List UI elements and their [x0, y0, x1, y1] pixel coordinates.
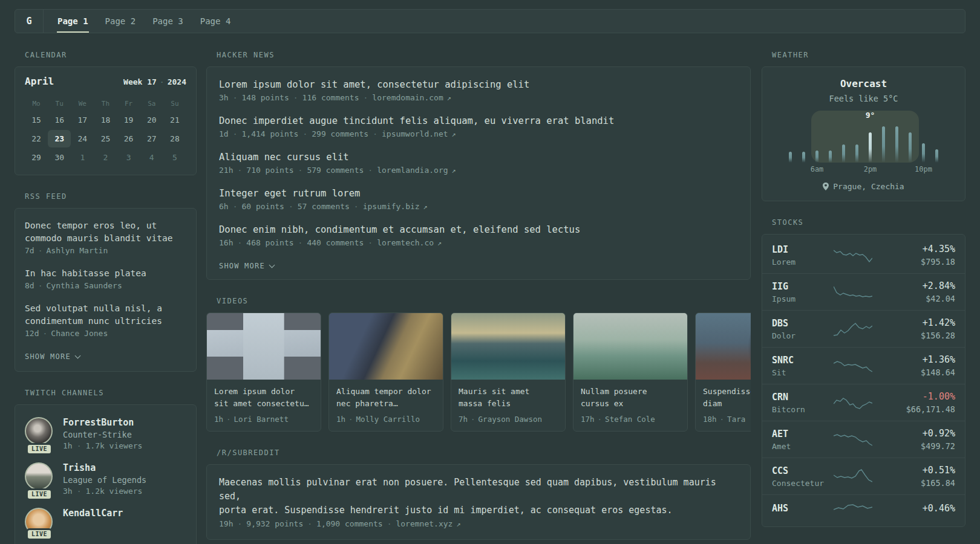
stock-ticker: DBS — [772, 318, 834, 329]
video-card[interactable]: Lorem ipsum dolor sit amet consectetu… 1… — [206, 312, 321, 432]
separator-dot — [293, 93, 298, 102]
calendar-day[interactable]: 16 — [48, 111, 71, 129]
tab-page-3[interactable]: Page 3 — [152, 10, 184, 33]
subreddit-widget: Maecenas mollis pulvinar erat non posuer… — [206, 464, 751, 540]
stock-row[interactable]: DBS Dolor +1.42% $156.28 — [762, 310, 965, 347]
weather-bar — [802, 152, 805, 163]
separator-dot — [368, 238, 373, 247]
video-meta: 18hTara — [703, 415, 751, 424]
calendar-day[interactable]: 25 — [94, 130, 117, 147]
tab-page-4[interactable]: Page 4 — [200, 10, 232, 33]
stock-price: $156.28 — [872, 331, 955, 340]
twitch-channel-name: KendallCarr — [63, 508, 123, 519]
calendar-day[interactable]: 15 — [25, 111, 48, 129]
calendar-day[interactable]: 27 — [140, 130, 163, 147]
calendar-day-selected[interactable]: 23 — [48, 130, 71, 147]
item-domain-link[interactable]: loremtech.co — [377, 238, 442, 247]
calendar-day[interactable]: 21 — [163, 111, 186, 129]
twitch-channel-row[interactable]: LIVE ForrestBurton Counter-Strike 1h1.7k… — [25, 417, 186, 450]
calendar-day[interactable]: 30 — [48, 149, 71, 166]
separator-dot — [298, 166, 303, 175]
video-title: Lorem ipsum dolor sit amet consectetu… — [214, 386, 313, 410]
stock-row[interactable]: CRN Bitcorn -1.00% $66,171.48 — [762, 384, 965, 421]
stock-values: +0.51% $165.84 — [872, 465, 955, 488]
calendar-day[interactable]: 19 — [117, 111, 140, 129]
stock-row[interactable]: AET Amet +0.92% $499.72 — [762, 421, 965, 458]
stock-row[interactable]: IIG Ipsum +2.84% $42.04 — [762, 273, 965, 310]
calendar-day-next-month[interactable]: 1 — [71, 149, 94, 166]
item-comments[interactable]: 299 comments — [312, 129, 368, 138]
twitch-channel-row[interactable]: LIVE KendallCarr — [25, 508, 186, 536]
calendar-day[interactable]: 28 — [163, 130, 186, 147]
item-comments[interactable]: 116 comments — [302, 93, 359, 102]
top-nav: G Page 1 Page 2 Page 3 Page 4 — [15, 9, 965, 33]
hackernews-item-title[interactable]: Lorem ipsum dolor sit amet, consectetur … — [219, 78, 738, 91]
subreddit-post-title[interactable]: Maecenas mollis pulvinar erat non posuer… — [219, 476, 738, 517]
video-card[interactable]: Suspendisse diam 18hTara — [695, 312, 751, 432]
stock-row[interactable]: CCS Consectetur +0.51% $165.84 — [762, 458, 965, 494]
video-title: Aliquam tempor dolor nec pharetra… — [336, 386, 436, 410]
calendar-day[interactable]: 18 — [94, 111, 117, 129]
hackernews-item-title[interactable]: Aliquam nec cursus elit — [219, 151, 738, 164]
calendar-day-next-month[interactable]: 3 — [117, 149, 140, 166]
tab-page-2[interactable]: Page 2 — [105, 10, 137, 33]
twitch-channel-meta: 3h1.2k viewers — [63, 487, 146, 496]
rss-item-title[interactable]: Sed volutpat nulla nisl, a condimentum n… — [25, 302, 186, 328]
stock-values: -1.00% $66,171.48 — [872, 391, 955, 414]
app-logo[interactable]: G — [15, 10, 44, 33]
separator-dot — [38, 281, 43, 290]
calendar-day[interactable]: 17 — [71, 111, 94, 129]
rss-item-meta: 7dAshlyn Martin — [25, 246, 186, 255]
video-age: 18h — [703, 415, 717, 424]
stock-row[interactable]: AHS +0.46% — [762, 494, 965, 524]
stock-row[interactable]: SNRC Sit +1.36% $148.64 — [762, 347, 965, 384]
stock-price: $165.84 — [872, 478, 955, 488]
hackernews-item-title[interactable]: Donec imperdiet augue tincidunt felis al… — [219, 114, 738, 128]
video-card[interactable]: Nullam posuere cursus ex 17hStefan Cole — [573, 312, 688, 432]
stock-name: Dolor — [772, 331, 834, 340]
stock-change: +0.51% — [872, 465, 955, 476]
hackernews-show-more-button[interactable]: SHOW MORE — [219, 262, 274, 270]
middle-column: HACKER NEWS Lorem ipsum dolor sit amet, … — [206, 51, 751, 540]
rss-show-more-button[interactable]: SHOW MORE — [25, 352, 80, 361]
item-comments[interactable]: 440 comments — [307, 238, 364, 247]
calendar-day-next-month[interactable]: 4 — [140, 149, 163, 166]
item-domain-link[interactable]: loremlandia.org — [377, 166, 456, 175]
rss-item-title[interactable]: Donec tempor eros leo, ut commodo mauris… — [25, 219, 186, 245]
weekday-label: Su — [163, 97, 186, 110]
hackernews-item: Donec enim nibh, condimentum et accumsan… — [219, 223, 738, 247]
hackernews-item-title[interactable]: Donec enim nibh, condimentum et accumsan… — [219, 223, 738, 236]
calendar-day-next-month[interactable]: 5 — [163, 149, 186, 166]
hackernews-item-title[interactable]: Integer eget rutrum lorem — [219, 187, 738, 200]
post-domain-link[interactable]: loremnet.xyz — [396, 519, 460, 528]
video-card[interactable]: Aliquam tempor dolor nec pharetra… 1hMol… — [328, 312, 443, 432]
avatar — [25, 462, 53, 490]
tab-page-1[interactable]: Page 1 — [57, 10, 89, 33]
weather-bar — [829, 151, 832, 163]
rss-item-title[interactable]: In hac habitasse platea — [25, 267, 186, 280]
calendar-widget: April Week 172024 Mo Tu We Th Fr Sa Su 1… — [15, 66, 197, 175]
chevron-down-icon — [74, 352, 80, 358]
stock-row[interactable]: LDI Lorem +4.35% $795.18 — [762, 237, 965, 273]
twitch-channel-row[interactable]: LIVE Trisha League of Legends 3h1.2k vie… — [25, 462, 186, 496]
post-comments[interactable]: 1,090 comments — [316, 519, 383, 528]
item-comments[interactable]: 57 comments — [298, 202, 350, 211]
item-comments[interactable]: 579 comments — [307, 166, 364, 175]
separator-dot — [720, 415, 725, 424]
video-age: 17h — [581, 415, 595, 424]
twitch-channel-name: Trisha — [63, 462, 146, 473]
item-domain-link[interactable]: ipsumify.biz — [363, 202, 428, 211]
video-meta: 7hGrayson Dawson — [459, 415, 558, 424]
item-domain-link[interactable]: ipsumworld.net — [382, 129, 456, 138]
calendar-day[interactable]: 29 — [25, 149, 48, 166]
video-card[interactable]: Mauris sit amet massa felis 7hGrayson Da… — [451, 312, 566, 432]
stocks-widget: LDI Lorem +4.35% $795.18 IIG Ipsum — [762, 234, 965, 527]
calendar-day-next-month[interactable]: 2 — [94, 149, 117, 166]
video-thumbnail — [451, 313, 565, 380]
calendar-day[interactable]: 20 — [140, 111, 163, 129]
separator-dot — [226, 415, 231, 424]
calendar-day[interactable]: 22 — [25, 130, 48, 147]
calendar-day[interactable]: 24 — [71, 130, 94, 147]
item-domain-link[interactable]: loremdomain.com — [372, 93, 451, 102]
calendar-day[interactable]: 26 — [117, 130, 140, 147]
